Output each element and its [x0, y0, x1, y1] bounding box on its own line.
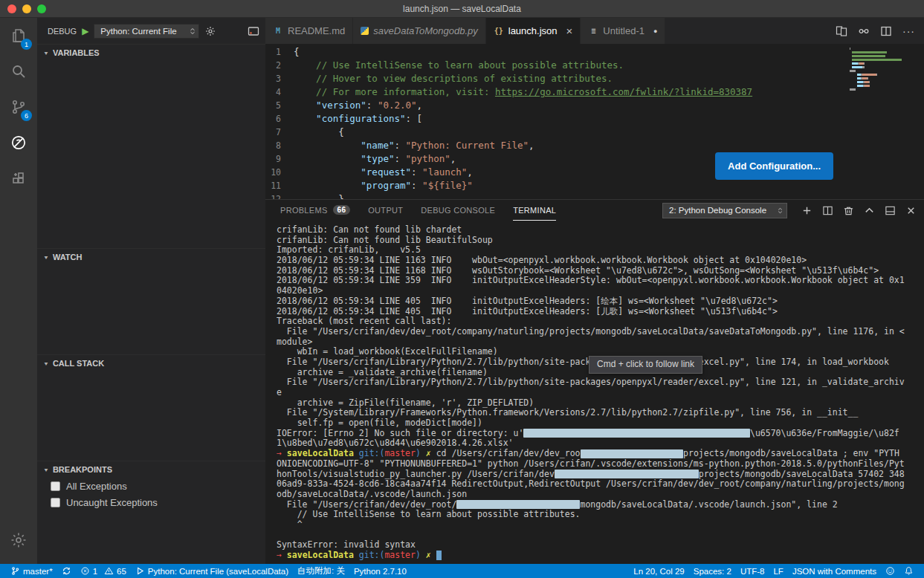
language-mode-status[interactable]: JSON with Comments — [788, 564, 881, 578]
breakpoint-all-exceptions[interactable]: All Exceptions — [37, 478, 265, 494]
variables-section: ▼ VARIABLES — [37, 44, 265, 248]
warning-count: 65 — [117, 567, 126, 576]
tab-untitled-1[interactable]: ≡Untitled-1● — [581, 18, 665, 44]
section-label: WATCH — [53, 253, 83, 262]
zoom-window-button[interactable] — [37, 4, 46, 13]
minimize-window-button[interactable] — [22, 4, 31, 13]
call-stack-section-header[interactable]: ▼ CALL STACK — [37, 355, 265, 371]
auto-attach-status[interactable]: 自动附加: 关 — [293, 564, 349, 578]
terminal-select[interactable]: 2: Python Debug Console — [662, 203, 787, 218]
start-debug-icon[interactable]: ▶ — [82, 27, 88, 36]
tab-savedatatomongodb-py[interactable]: saveDataToMongodb.py — [353, 18, 485, 44]
panel-header: PROBLEMS 66 OUTPUT DEBUG CONSOLE TERMINA… — [265, 200, 924, 221]
checkbox[interactable] — [51, 498, 60, 507]
code-line: 1{ — [265, 45, 924, 59]
watch-section-header[interactable]: ▼ WATCH — [37, 249, 265, 265]
sync-icon — [62, 566, 71, 576]
kill-terminal-icon[interactable] — [843, 205, 854, 216]
close-icon[interactable]: × — [566, 25, 573, 36]
panel-actions: 2: Python Debug Console — [662, 203, 917, 218]
branch-name: master* — [23, 567, 53, 576]
tab-label: launch.json — [508, 25, 558, 36]
maximize-panel-icon[interactable] — [864, 205, 875, 216]
feedback-smiley-icon[interactable] — [881, 564, 899, 578]
indentation-status[interactable]: Spaces: 2 — [689, 564, 736, 578]
window-title: launch.json — saveLocalData — [403, 4, 521, 14]
split-editor-icon[interactable] — [880, 25, 892, 37]
bottom-panel: PROBLEMS 66 OUTPUT DEBUG CONSOLE TERMINA… — [265, 199, 924, 564]
terminal-row: 1\u8bed\u7ed8\u672c\u8d44\u6e902018.4.26… — [277, 438, 924, 449]
configure-gear-icon[interactable] — [204, 25, 216, 37]
split-terminal-icon[interactable] — [822, 205, 833, 216]
minimap[interactable] — [845, 45, 917, 199]
more-actions-icon[interactable]: ··· — [902, 25, 915, 37]
panel-tab-terminal[interactable]: TERMINAL — [513, 200, 556, 221]
line-number: 8 — [265, 139, 294, 152]
terminal-row: File "/Users/crifan/Library/Python/2.7/l… — [277, 377, 924, 388]
terminal-output[interactable]: Cmd + click to follow link crifanLib: Ca… — [265, 221, 924, 564]
terminal-row: ONIOENCODING=UTF-8" "PYTHONUNBUFFERED=1"… — [277, 459, 924, 470]
line-number: 4 — [265, 85, 294, 99]
terminal-row: → saveLocalData git:(master) ✗ — [277, 551, 924, 561]
line-number: 3 — [265, 72, 294, 85]
panel-tab-debug-console[interactable]: DEBUG CONSOLE — [421, 200, 495, 221]
debug-configuration-select[interactable]: Python: Current File — [94, 24, 199, 39]
python-interpreter-status[interactable]: Python 2.7.10 — [349, 564, 411, 578]
chevron-down-icon: ▼ — [43, 50, 49, 56]
line-number: 7 — [265, 126, 294, 139]
notifications-bell-icon[interactable] — [899, 564, 918, 578]
explorer-icon[interactable]: 1 — [0, 18, 37, 53]
activity-bar: 1 6 — [0, 18, 37, 564]
debug-console-icon[interactable] — [248, 25, 259, 37]
open-changes-icon[interactable] — [858, 25, 870, 37]
cursor-position-status[interactable]: Ln 20, Col 29 — [629, 564, 688, 578]
extensions-icon[interactable] — [0, 160, 37, 196]
source-control-icon[interactable]: 6 — [0, 89, 37, 125]
window-controls — [7, 0, 46, 17]
encoding-status[interactable]: UTF-8 — [736, 564, 769, 578]
breakpoints-section-header[interactable]: ▼ BREAKPOINTS — [37, 461, 265, 478]
terminal-row: File "/Users/crifan/dev/dev_root/mongodb… — [277, 500, 924, 510]
tab-list: MREADME.mdsaveDataToMongodb.py{}launch.j… — [265, 18, 665, 44]
terminal-row: self.fp = open(file, modeDict[mode]) — [277, 418, 924, 429]
redacted-text — [581, 449, 683, 458]
add-configuration-button[interactable]: Add Configuration... — [715, 152, 833, 180]
variables-section-header[interactable]: ▼ VARIABLES — [37, 45, 265, 61]
diff-icon[interactable] — [836, 25, 847, 37]
terminal-row — [277, 530, 924, 541]
checkbox[interactable] — [51, 481, 60, 491]
terminal-row: File "/System/Library/Frameworks/Python.… — [277, 408, 924, 418]
debug-config-status[interactable]: Python: Current File (saveLocalData) — [131, 564, 293, 578]
settings-gear-icon[interactable] — [0, 522, 37, 558]
terminal-row: honTools/visualstudio_py_launcher.py /Us… — [277, 470, 924, 480]
close-window-button[interactable] — [7, 4, 16, 13]
problems-status[interactable]: 1 65 — [76, 564, 131, 578]
tab-launch-json[interactable]: {}launch.json× — [486, 18, 581, 44]
open-panel-icon[interactable] — [885, 205, 896, 216]
sync-status[interactable] — [57, 564, 76, 578]
breakpoint-label: All Exceptions — [66, 481, 127, 492]
modified-dot-icon: ● — [653, 27, 657, 35]
section-label: BREAKPOINTS — [53, 465, 112, 474]
debug-icon[interactable] — [0, 125, 37, 160]
breakpoint-uncaught-exceptions[interactable]: Uncaught Exceptions — [37, 494, 265, 510]
code-line: 6 "configurations": [ — [265, 112, 924, 126]
debug-configuration-label: Python: Current File — [100, 27, 176, 36]
tab-label: saveDataToMongodb.py — [373, 25, 477, 36]
tab-label: Untitled-1 — [603, 25, 644, 36]
panel-tab-output[interactable]: OUTPUT — [368, 200, 403, 221]
code-line: 7 { — [265, 126, 924, 139]
new-terminal-icon[interactable] — [801, 205, 812, 216]
panel-tab-problems[interactable]: PROBLEMS 66 — [280, 200, 350, 221]
problems-count-badge: 66 — [333, 205, 351, 215]
call-stack-section: ▼ CALL STACK — [37, 354, 265, 461]
terminal-row: module> — [277, 337, 924, 348]
tab-readme-md[interactable]: MREADME.md — [265, 18, 352, 44]
terminal-row: 2018/06/12 05:59:34 LINE 405 INFO initOu… — [277, 296, 924, 307]
eol-status[interactable]: LF — [769, 564, 787, 578]
search-icon[interactable] — [0, 53, 37, 89]
editor[interactable]: 1{2 // Use IntelliSense to learn about p… — [265, 44, 924, 199]
git-branch-status[interactable]: master* — [6, 564, 57, 578]
close-panel-icon[interactable] — [905, 205, 917, 216]
watch-section: ▼ WATCH — [37, 248, 265, 354]
